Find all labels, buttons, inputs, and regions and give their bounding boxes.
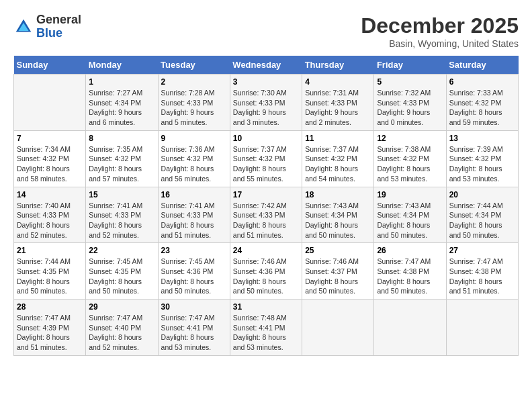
- calendar-cell: 10Sunrise: 7:37 AMSunset: 4:32 PMDayligh…: [230, 130, 302, 187]
- day-number: 30: [161, 302, 227, 312]
- calendar-cell: [374, 300, 446, 356]
- calendar-cell: 19Sunrise: 7:43 AMSunset: 4:34 PMDayligh…: [374, 187, 446, 243]
- day-number: 4: [305, 77, 371, 87]
- header-row: SundayMondayTuesdayWednesdayThursdayFrid…: [14, 56, 519, 75]
- calendar-cell: 23Sunrise: 7:45 AMSunset: 4:36 PMDayligh…: [158, 243, 230, 300]
- day-number: 22: [89, 246, 154, 255]
- day-number: 24: [233, 246, 299, 255]
- day-number: 12: [377, 134, 443, 143]
- calendar-cell: 24Sunrise: 7:46 AMSunset: 4:36 PMDayligh…: [230, 243, 302, 300]
- day-number: 11: [305, 134, 371, 143]
- day-info: Sunrise: 7:43 AMSunset: 4:34 PMDaylight:…: [305, 201, 371, 240]
- day-info: Sunrise: 7:39 AMSunset: 4:32 PMDaylight:…: [449, 144, 515, 184]
- calendar-week-5: 28Sunrise: 7:47 AMSunset: 4:39 PMDayligh…: [14, 300, 519, 356]
- calendar-body: 1Sunrise: 7:27 AMSunset: 4:34 PMDaylight…: [14, 75, 519, 356]
- calendar-cell: 27Sunrise: 7:47 AMSunset: 4:38 PMDayligh…: [446, 243, 518, 300]
- location: Basin, Wyoming, United States: [361, 38, 519, 49]
- day-info: Sunrise: 7:43 AMSunset: 4:34 PMDaylight:…: [377, 201, 443, 240]
- day-info: Sunrise: 7:46 AMSunset: 4:36 PMDaylight:…: [233, 257, 299, 296]
- day-number: 14: [17, 190, 83, 199]
- title-area: December 2025 Basin, Wyoming, United Sta…: [361, 13, 519, 49]
- day-info: Sunrise: 7:33 AMSunset: 4:32 PMDaylight:…: [449, 88, 515, 128]
- day-info: Sunrise: 7:47 AMSunset: 4:38 PMDaylight:…: [449, 257, 515, 296]
- day-info: Sunrise: 7:31 AMSunset: 4:33 PMDaylight:…: [305, 88, 371, 128]
- day-number: 20: [449, 190, 515, 199]
- day-number: 28: [17, 302, 83, 312]
- calendar-cell: 5Sunrise: 7:32 AMSunset: 4:33 PMDaylight…: [374, 75, 446, 131]
- day-info: Sunrise: 7:44 AMSunset: 4:34 PMDaylight:…: [449, 201, 515, 240]
- calendar-cell: 12Sunrise: 7:38 AMSunset: 4:32 PMDayligh…: [374, 130, 446, 187]
- calendar-cell: 31Sunrise: 7:48 AMSunset: 4:41 PMDayligh…: [230, 300, 302, 356]
- day-info: Sunrise: 7:37 AMSunset: 4:32 PMDaylight:…: [305, 144, 371, 184]
- calendar-cell: 26Sunrise: 7:47 AMSunset: 4:38 PMDayligh…: [374, 243, 446, 300]
- day-number: 27: [449, 246, 515, 255]
- day-info: Sunrise: 7:44 AMSunset: 4:35 PMDaylight:…: [17, 257, 83, 296]
- day-number: 16: [161, 190, 227, 199]
- calendar-cell: 15Sunrise: 7:41 AMSunset: 4:33 PMDayligh…: [86, 187, 158, 243]
- day-info: Sunrise: 7:37 AMSunset: 4:32 PMDaylight:…: [233, 144, 299, 184]
- calendar-cell: 28Sunrise: 7:47 AMSunset: 4:39 PMDayligh…: [14, 300, 86, 356]
- calendar-cell: 9Sunrise: 7:36 AMSunset: 4:32 PMDaylight…: [158, 130, 230, 187]
- day-number: 25: [305, 246, 371, 255]
- day-number: 15: [89, 190, 154, 199]
- logo: General Blue: [13, 13, 81, 40]
- calendar-cell: 16Sunrise: 7:41 AMSunset: 4:33 PMDayligh…: [158, 187, 230, 243]
- header-day-tuesday: Tuesday: [158, 56, 230, 75]
- header-day-sunday: Sunday: [14, 56, 86, 75]
- calendar-cell: 29Sunrise: 7:47 AMSunset: 4:40 PMDayligh…: [86, 300, 158, 356]
- day-info: Sunrise: 7:40 AMSunset: 4:33 PMDaylight:…: [17, 201, 83, 240]
- calendar-cell: 25Sunrise: 7:46 AMSunset: 4:37 PMDayligh…: [302, 243, 374, 300]
- day-info: Sunrise: 7:45 AMSunset: 4:35 PMDaylight:…: [89, 257, 154, 296]
- day-number: 2: [161, 77, 227, 87]
- month-title: December 2025: [361, 13, 519, 38]
- day-number: 21: [17, 246, 83, 255]
- day-info: Sunrise: 7:34 AMSunset: 4:32 PMDaylight:…: [17, 144, 83, 184]
- day-number: 5: [377, 77, 443, 87]
- day-number: 10: [233, 134, 299, 143]
- day-number: 18: [305, 190, 371, 199]
- calendar-cell: 30Sunrise: 7:47 AMSunset: 4:41 PMDayligh…: [158, 300, 230, 356]
- day-number: 3: [233, 77, 299, 87]
- logo-icon: [13, 17, 34, 37]
- header-day-friday: Friday: [374, 56, 446, 75]
- calendar-cell: 21Sunrise: 7:44 AMSunset: 4:35 PMDayligh…: [14, 243, 86, 300]
- calendar-cell: 18Sunrise: 7:43 AMSunset: 4:34 PMDayligh…: [302, 187, 374, 243]
- logo-blue: Blue: [36, 27, 81, 40]
- day-number: 26: [377, 246, 443, 255]
- day-number: 6: [449, 77, 515, 87]
- day-info: Sunrise: 7:41 AMSunset: 4:33 PMDaylight:…: [89, 201, 154, 240]
- day-info: Sunrise: 7:28 AMSunset: 4:33 PMDaylight:…: [161, 88, 227, 128]
- header-day-monday: Monday: [86, 56, 158, 75]
- day-info: Sunrise: 7:45 AMSunset: 4:36 PMDaylight:…: [161, 257, 227, 296]
- header-day-wednesday: Wednesday: [230, 56, 302, 75]
- day-number: 23: [161, 246, 227, 255]
- day-number: 1: [89, 77, 154, 87]
- calendar-cell: 11Sunrise: 7:37 AMSunset: 4:32 PMDayligh…: [302, 130, 374, 187]
- calendar-cell: [14, 75, 86, 131]
- calendar-cell: 13Sunrise: 7:39 AMSunset: 4:32 PMDayligh…: [446, 130, 518, 187]
- calendar-week-1: 1Sunrise: 7:27 AMSunset: 4:34 PMDaylight…: [14, 75, 519, 131]
- day-number: 19: [377, 190, 443, 199]
- calendar-cell: 6Sunrise: 7:33 AMSunset: 4:32 PMDaylight…: [446, 75, 518, 131]
- day-info: Sunrise: 7:48 AMSunset: 4:41 PMDaylight:…: [233, 313, 299, 353]
- header-day-thursday: Thursday: [302, 56, 374, 75]
- day-number: 31: [233, 302, 299, 312]
- calendar-cell: 1Sunrise: 7:27 AMSunset: 4:34 PMDaylight…: [86, 75, 158, 131]
- logo-text: General Blue: [36, 13, 81, 40]
- day-info: Sunrise: 7:35 AMSunset: 4:32 PMDaylight:…: [89, 144, 154, 184]
- page-header: General Blue December 2025 Basin, Wyomin…: [13, 13, 519, 49]
- day-info: Sunrise: 7:38 AMSunset: 4:32 PMDaylight:…: [377, 144, 443, 184]
- day-info: Sunrise: 7:27 AMSunset: 4:34 PMDaylight:…: [89, 88, 154, 128]
- day-number: 8: [89, 134, 154, 143]
- calendar-cell: 8Sunrise: 7:35 AMSunset: 4:32 PMDaylight…: [86, 130, 158, 187]
- day-number: 13: [449, 134, 515, 143]
- day-info: Sunrise: 7:47 AMSunset: 4:38 PMDaylight:…: [377, 257, 443, 296]
- calendar-cell: 22Sunrise: 7:45 AMSunset: 4:35 PMDayligh…: [86, 243, 158, 300]
- calendar-week-2: 7Sunrise: 7:34 AMSunset: 4:32 PMDaylight…: [14, 130, 519, 187]
- day-info: Sunrise: 7:42 AMSunset: 4:33 PMDaylight:…: [233, 201, 299, 240]
- calendar-cell: 2Sunrise: 7:28 AMSunset: 4:33 PMDaylight…: [158, 75, 230, 131]
- calendar-cell: 4Sunrise: 7:31 AMSunset: 4:33 PMDaylight…: [302, 75, 374, 131]
- day-info: Sunrise: 7:46 AMSunset: 4:37 PMDaylight:…: [305, 257, 371, 296]
- day-info: Sunrise: 7:47 AMSunset: 4:39 PMDaylight:…: [17, 313, 83, 353]
- logo-general: General: [36, 13, 81, 27]
